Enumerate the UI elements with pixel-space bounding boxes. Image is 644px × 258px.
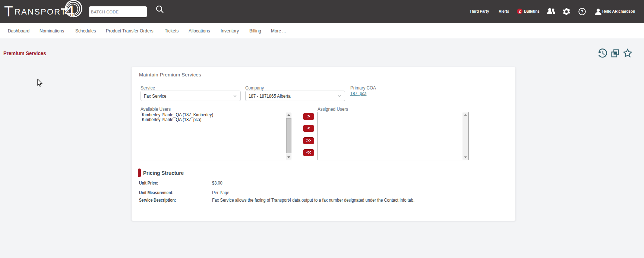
svg-text:?: ? (581, 9, 583, 15)
svg-text:RANSPORT: RANSPORT (15, 7, 66, 16)
svg-text:4: 4 (64, 2, 75, 19)
svg-text:T: T (4, 3, 13, 19)
